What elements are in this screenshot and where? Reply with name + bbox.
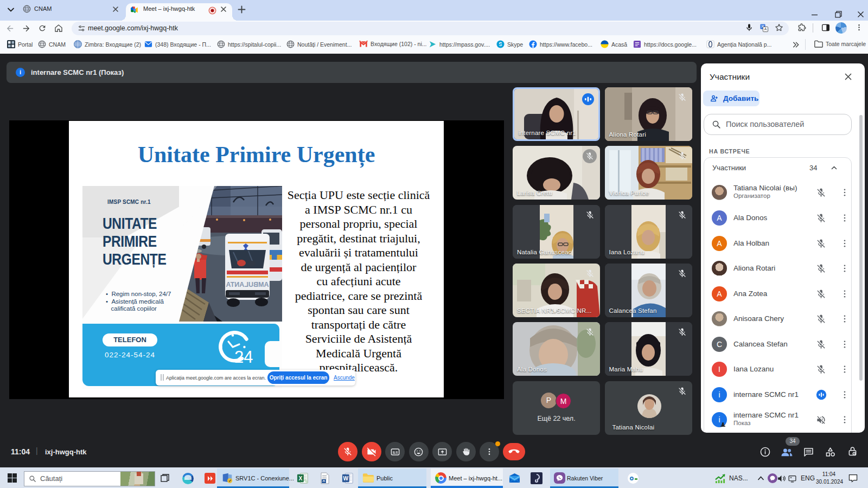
svg-text:X: X: [299, 476, 303, 481]
svg-text:W: W: [343, 476, 349, 481]
svg-text:24: 24: [234, 348, 253, 364]
svg-text:AMBULANTA: AMBULANTA: [226, 281, 269, 288]
svg-text:A: A: [764, 27, 767, 31]
